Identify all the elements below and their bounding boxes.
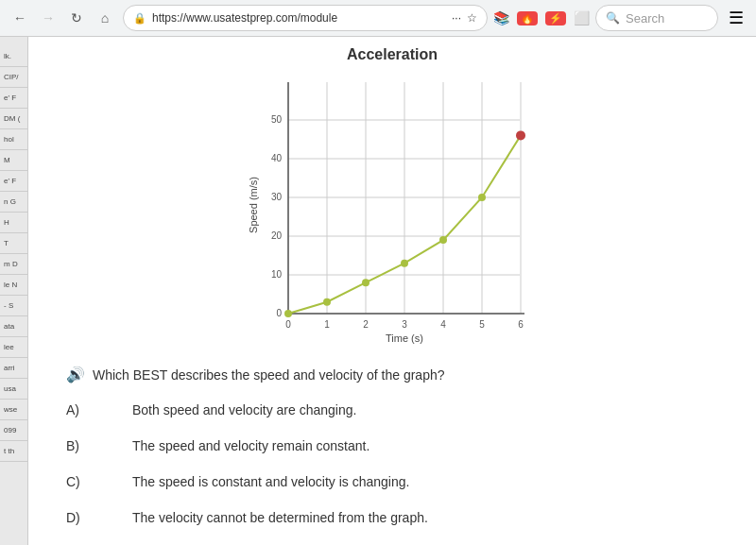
svg-text:40: 40 (271, 153, 283, 163)
sidebar-item-2[interactable]: e' F (0, 88, 27, 109)
data-point-6 (516, 130, 525, 140)
sidebar: lk. CIP/ e' F DM ( hol M e' F n G H T m … (0, 37, 28, 545)
sidebar-item-8[interactable]: H (0, 213, 27, 233)
sidebar-item-9[interactable]: T (0, 233, 27, 254)
option-letter-b: B) (66, 438, 94, 453)
svg-text:3: 3 (402, 319, 407, 330)
sidebar-item-6[interactable]: e' F (0, 171, 27, 192)
sidebar-item-13[interactable]: ata (0, 316, 27, 337)
option-text-a: Both speed and velocity are changing. (132, 402, 356, 417)
url-text: https://www.usatestprep.com/module (152, 11, 446, 25)
question-section: 🔊 Which BEST describes the speed and vel… (66, 366, 718, 525)
search-bar[interactable]: 🔍 Search (595, 5, 718, 31)
answer-option-a[interactable]: A) Both speed and velocity are changing. (66, 402, 718, 417)
svg-text:Time (s): Time (s) (386, 332, 423, 344)
sidebar-item-4[interactable]: hol (0, 129, 27, 150)
browser-chrome: ← → ↻ ⌂ 🔒 https://www.usatestprep.com/mo… (0, 0, 756, 37)
back-button[interactable]: ← (8, 6, 32, 30)
sidebar-item-17[interactable]: wse (0, 400, 27, 420)
acceleration-chart: 0 10 20 30 40 50 0 1 2 3 4 5 6 Speed (m/… (246, 73, 539, 347)
data-point-0 (284, 310, 292, 317)
tab-icon[interactable]: ⬜ (574, 10, 590, 26)
answer-option-c[interactable]: C) The speed is constant and velocity is… (66, 474, 718, 489)
sidebar-item-16[interactable]: usa (0, 379, 27, 400)
sidebar-item-5[interactable]: M (0, 150, 27, 171)
sidebar-item-0[interactable]: lk. (0, 46, 27, 67)
svg-text:20: 20 (271, 230, 283, 241)
sidebar-item-10[interactable]: m D (0, 254, 27, 275)
option-text-c: The speed is constant and velocity is ch… (132, 474, 409, 489)
chart-container: 0 10 20 30 40 50 0 1 2 3 4 5 6 Speed (m/… (241, 73, 543, 347)
data-point-4 (439, 236, 447, 244)
sidebar-item-1[interactable]: CIP/ (0, 67, 27, 88)
data-point-2 (362, 279, 369, 286)
audio-icon[interactable]: 🔊 (66, 366, 85, 383)
svg-text:Speed (m/s): Speed (m/s) (248, 177, 259, 233)
home-button[interactable]: ⌂ (93, 6, 117, 30)
svg-text:0: 0 (276, 308, 282, 318)
search-placeholder: Search (626, 11, 664, 26)
menu-button[interactable]: ☰ (724, 6, 748, 30)
option-letter-c: C) (66, 474, 94, 489)
answer-option-d[interactable]: D) The velocity cannot be determined fro… (66, 510, 718, 525)
option-letter-d: D) (66, 510, 94, 525)
svg-text:0: 0 (285, 319, 291, 330)
star-icon[interactable]: ☆ (467, 11, 477, 25)
ext-dots: ··· (452, 11, 461, 25)
sidebar-item-12[interactable]: - S (0, 296, 27, 316)
nav-buttons: ← → ↻ ⌂ (8, 6, 117, 30)
browser-toolbar: ← → ↻ ⌂ 🔒 https://www.usatestprep.com/mo… (0, 0, 756, 36)
lock-icon: 🔒 (133, 12, 146, 25)
sidebar-item-3[interactable]: DM ( (0, 109, 27, 129)
option-text-d: The velocity cannot be determined from t… (132, 510, 428, 525)
library-icon[interactable]: 📚 (493, 10, 509, 26)
question-label: Which BEST describes the speed and veloc… (93, 367, 445, 383)
data-point-5 (478, 194, 486, 201)
svg-text:1: 1 (324, 319, 330, 330)
svg-text:2: 2 (363, 319, 369, 330)
sidebar-item-11[interactable]: le N (0, 275, 27, 296)
extension-icon-2[interactable]: ⚡ (545, 11, 566, 26)
question-text: 🔊 Which BEST describes the speed and vel… (66, 366, 718, 383)
svg-text:30: 30 (271, 192, 283, 202)
reload-button[interactable]: ↻ (64, 6, 89, 30)
forward-button[interactable]: → (36, 6, 60, 30)
extension-icon-1[interactable]: 🔥 (517, 11, 538, 26)
svg-text:5: 5 (479, 319, 485, 330)
page-content: Acceleration (28, 37, 756, 545)
browser-icons: 📚 🔥 ⚡ ⬜ (493, 10, 590, 26)
data-point-3 (401, 260, 408, 267)
svg-text:6: 6 (518, 319, 524, 330)
address-bar[interactable]: 🔒 https://www.usatestprep.com/module ···… (123, 5, 488, 31)
sidebar-item-7[interactable]: n G (0, 192, 27, 213)
sidebar-item-18[interactable]: 099 (0, 420, 27, 441)
option-text-b: The speed and velocity remain constant. (132, 438, 369, 453)
svg-text:4: 4 (440, 319, 446, 330)
main-content: lk. CIP/ e' F DM ( hol M e' F n G H T m … (0, 37, 756, 545)
answer-option-b[interactable]: B) The speed and velocity remain constan… (66, 438, 718, 453)
sidebar-item-15[interactable]: arri (0, 358, 27, 379)
option-letter-a: A) (66, 402, 94, 417)
svg-text:50: 50 (271, 114, 283, 125)
svg-text:10: 10 (271, 269, 283, 280)
search-icon: 🔍 (606, 11, 620, 25)
data-point-1 (323, 298, 331, 306)
sidebar-item-19[interactable]: t th (0, 441, 27, 462)
sidebar-item-14[interactable]: lee (0, 337, 27, 358)
chart-title: Acceleration (66, 46, 718, 63)
